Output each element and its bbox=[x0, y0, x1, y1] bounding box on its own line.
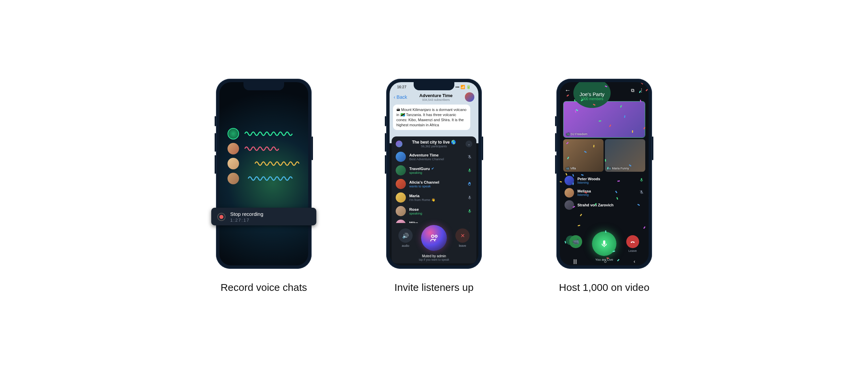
camera-icon: 📹 bbox=[607, 167, 611, 170]
listener-avatar bbox=[565, 188, 574, 198]
video-icon: 📹 bbox=[569, 235, 582, 248]
back-button[interactable]: ‹ Back bbox=[394, 94, 407, 100]
participant-avatar bbox=[396, 206, 406, 216]
listener-avatar bbox=[565, 176, 574, 185]
participant-row[interactable]: Mike 23 y.o. designer from Berlin. bbox=[392, 218, 476, 223]
participant-status: Best Adventure Channel bbox=[409, 157, 463, 161]
message-bubble: 🏔 Mount Kilimanjaro is a dormant volcano… bbox=[393, 105, 470, 130]
participant-name: Alicia's Channel bbox=[409, 180, 463, 184]
mic-icon bbox=[467, 208, 472, 214]
participant-name: Adventure Time bbox=[409, 153, 463, 157]
video-tile[interactable]: 📹Villa bbox=[563, 139, 604, 172]
android-nav[interactable]: |||○‹ bbox=[560, 259, 649, 264]
participant-avatar bbox=[396, 220, 406, 223]
svg-rect-9 bbox=[641, 178, 642, 181]
verified-icon: ✔ bbox=[431, 167, 434, 170]
recording-time: 1:27:17 bbox=[230, 218, 263, 223]
camera-button[interactable]: 📹 bbox=[569, 235, 582, 253]
hangup-icon bbox=[626, 235, 639, 248]
participant-avatar bbox=[396, 179, 406, 189]
speaker-avatar bbox=[228, 173, 239, 184]
svg-point-7 bbox=[432, 235, 434, 238]
leave-call-button[interactable]: Leave bbox=[626, 235, 639, 253]
participant-name: Maria bbox=[409, 194, 463, 198]
listener-row[interactable]: Strahd von Zarovich bbox=[563, 199, 645, 211]
muted-hint: tap if you want to speak bbox=[392, 258, 476, 263]
more-icon[interactable]: ⋮ bbox=[639, 88, 644, 93]
status-time: 16:27 bbox=[397, 85, 407, 89]
listener-avatar bbox=[565, 200, 574, 210]
listener-row[interactable]: Melissa listening bbox=[563, 187, 645, 199]
participant-name: Rose bbox=[409, 207, 463, 211]
participant-row[interactable]: TravelGuru✔ speaking bbox=[392, 164, 476, 177]
camera-icon: 📹 bbox=[566, 167, 569, 170]
svg-rect-2 bbox=[469, 169, 470, 171]
mic-icon bbox=[467, 195, 472, 200]
video-tile[interactable]: 📹Maria Funny bbox=[605, 139, 645, 172]
recording-label: Stop recording bbox=[230, 211, 263, 217]
panel-participants: 56,362 participants bbox=[405, 145, 463, 148]
audio-button[interactable]: 🔊 audio bbox=[398, 228, 413, 247]
close-icon: ✕ bbox=[455, 228, 470, 243]
participant-row[interactable]: Adventure Time Best Adventure Channel bbox=[392, 150, 476, 164]
back-arrow-icon[interactable]: ← bbox=[565, 87, 571, 94]
mic-live-button[interactable] bbox=[592, 231, 616, 256]
svg-rect-3 bbox=[469, 196, 470, 198]
video-tile-main[interactable]: 📹DJ Freedom bbox=[563, 101, 645, 138]
voice-chat-panel: The best city to live 🌎 56,362 participa… bbox=[392, 136, 476, 263]
phone-invite: 16:27 ••• 📶 🔋 ‹ Back Adventure Time 934,… bbox=[386, 79, 482, 269]
participant-name: TravelGuru✔ bbox=[409, 167, 463, 171]
listener-row[interactable]: Peter Woods listening bbox=[563, 174, 645, 187]
participant-status: I'm from Rome 👋 bbox=[409, 198, 463, 202]
chat-title[interactable]: Adventure Time 934,543 subscribers bbox=[407, 93, 465, 101]
participant-row[interactable]: Alicia's Channel wants to speak bbox=[392, 177, 476, 191]
speaker-avatar bbox=[228, 128, 239, 140]
mute-button[interactable] bbox=[421, 225, 447, 251]
camera-icon: 📹 bbox=[566, 132, 570, 136]
chat-avatar[interactable] bbox=[465, 92, 474, 102]
caption-record: Record voice chats bbox=[220, 282, 307, 293]
speaker-icon: 🔊 bbox=[398, 228, 413, 243]
listener-name: Melissa bbox=[577, 189, 636, 193]
panel-title: The best city to live 🌎 bbox=[405, 140, 463, 145]
listener-status: listening bbox=[577, 193, 636, 197]
participant-row[interactable]: Maria I'm from Rome 👋 bbox=[392, 191, 476, 204]
svg-point-8 bbox=[435, 235, 437, 237]
listener-name: Strahd von Zarovich bbox=[577, 203, 640, 207]
mic-icon bbox=[639, 178, 644, 184]
participant-status: wants to speak bbox=[409, 184, 463, 188]
mic-icon bbox=[467, 168, 472, 173]
voice-waveforms bbox=[228, 126, 300, 186]
participant-row[interactable]: Rose speaking bbox=[392, 204, 476, 218]
phone-record: Stop recording 1:27:17 bbox=[216, 79, 312, 269]
record-icon bbox=[217, 213, 225, 221]
svg-rect-12 bbox=[603, 240, 606, 245]
muted-status: Muted by admin bbox=[392, 254, 476, 258]
participant-avatar bbox=[396, 192, 406, 203]
stop-recording-bar[interactable]: Stop recording 1:27:17 bbox=[211, 208, 316, 225]
participant-status: speaking bbox=[409, 211, 463, 215]
participant-avatar bbox=[396, 165, 406, 175]
speaker-avatar bbox=[228, 143, 239, 154]
speaker-avatar bbox=[228, 158, 239, 169]
participant-status: speaking bbox=[409, 171, 463, 174]
phone-video: ← ⧉ ⋮ Joe's Party 1000 members 📹DJ bbox=[556, 79, 652, 269]
caption-video: Host 1,000 on video bbox=[559, 282, 650, 293]
listener-status: listening bbox=[577, 181, 636, 184]
participant-avatar bbox=[396, 152, 406, 162]
listener-name: Peter Woods bbox=[577, 177, 636, 181]
mic-mute-icon bbox=[467, 154, 472, 160]
mic-mute-icon bbox=[639, 190, 644, 196]
panel-avatar bbox=[396, 141, 402, 147]
pip-icon[interactable]: ⧉ bbox=[631, 88, 634, 93]
leave-button[interactable]: ✕ leave bbox=[455, 228, 470, 247]
svg-rect-4 bbox=[469, 209, 470, 212]
chevron-down-icon[interactable]: ⌄ bbox=[466, 141, 472, 147]
status-icons: ••• 📶 🔋 bbox=[455, 85, 471, 89]
caption-invite: Invite listeners up bbox=[394, 282, 473, 293]
hand-icon bbox=[467, 181, 472, 187]
